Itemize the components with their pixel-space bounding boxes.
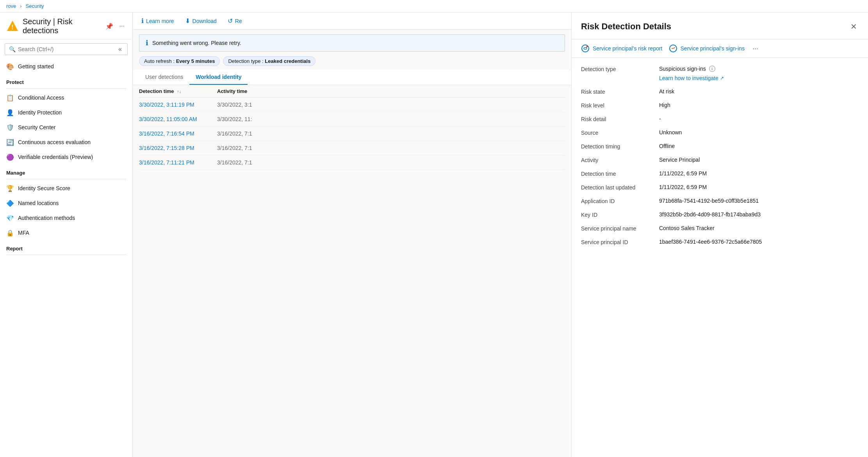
sidebar-item-verifiable-credentials[interactable]: 🟣 Verifiable credentials (Preview) bbox=[0, 150, 132, 164]
sidebar-item-mfa[interactable]: 🔒 MFA bbox=[0, 225, 132, 240]
learn-how-link[interactable]: Learn how to investigate ↗ bbox=[659, 75, 859, 81]
service-principal-risk-report-button[interactable]: Service principal's risk report bbox=[581, 44, 663, 53]
field-value: Service Principal bbox=[659, 157, 859, 163]
field-label: Risk level bbox=[581, 102, 659, 109]
detection-type-chip[interactable]: Detection type : Leaked credentials bbox=[223, 56, 315, 66]
field-service-principal-name: Service principal name Contoso Sales Tra… bbox=[581, 225, 859, 232]
sidebar-item-label: Verifiable credentials (Preview) bbox=[18, 154, 93, 160]
sidebar: ! Security | Risk detections 📌 ··· 🔍 « bbox=[0, 12, 133, 457]
tab-workload-identity[interactable]: Workload identity bbox=[189, 70, 248, 85]
collapse-sidebar-button[interactable]: « bbox=[117, 46, 123, 53]
sidebar-item-continuous-access-evaluation[interactable]: 🔄 Continuous access evaluation bbox=[0, 135, 132, 150]
activity-time-cell: 3/30/2022, 11: bbox=[217, 116, 295, 122]
alert-message: ℹ Something went wrong. Please retry. bbox=[139, 34, 565, 52]
field-value: High bbox=[659, 102, 859, 108]
detail-content: Detection type Suspicious sign-ins i Lea… bbox=[572, 58, 868, 260]
security-center-icon: 🛡️ bbox=[6, 123, 14, 131]
table-row: 3/30/2022, 3:11:19 PM 3/30/2022, 3:1 bbox=[139, 98, 565, 112]
field-value: Suspicious sign-ins i Learn how to inves… bbox=[659, 66, 859, 81]
svg-point-2 bbox=[586, 46, 588, 47]
field-value: 1/11/2022, 6:59 PM bbox=[659, 184, 859, 190]
detection-time-cell[interactable]: 3/16/2022, 7:15:28 PM bbox=[139, 145, 217, 151]
section-protect: Protect bbox=[0, 74, 132, 87]
close-button[interactable]: ✕ bbox=[849, 20, 859, 33]
field-label: Detection timing bbox=[581, 143, 659, 150]
field-activity: Activity Service Principal bbox=[581, 157, 859, 163]
toolbar: ℹ Learn more ⬇ Download ↺ Re bbox=[133, 12, 571, 30]
refresh-label: Re bbox=[235, 18, 242, 24]
refresh-icon: ↺ bbox=[228, 17, 233, 25]
mfa-icon: 🔒 bbox=[6, 229, 14, 237]
detection-time-cell[interactable]: 3/16/2022, 7:11:21 PM bbox=[139, 159, 217, 166]
field-value: - bbox=[659, 116, 859, 122]
detail-more-options-icon[interactable]: ··· bbox=[752, 45, 758, 53]
pin-icon[interactable]: 📌 bbox=[104, 21, 115, 32]
field-value: Contoso Sales Tracker bbox=[659, 225, 859, 231]
field-label: Detection type bbox=[581, 66, 659, 72]
page-title: Security | Risk detections bbox=[23, 17, 100, 35]
sidebar-item-authentication-methods[interactable]: 💎 Authentication methods bbox=[0, 211, 132, 225]
search-box[interactable]: 🔍 « bbox=[5, 43, 128, 55]
col-header-detection-time[interactable]: Detection time ↑↓ bbox=[139, 88, 217, 94]
field-application-id: Application ID 971b68fa-7541-4192-be59-c… bbox=[581, 198, 859, 204]
sidebar-item-conditional-access[interactable]: 📋 Conditional Access bbox=[0, 90, 132, 105]
sidebar-item-security-center[interactable]: 🛡️ Security Center bbox=[0, 120, 132, 135]
field-label: Application ID bbox=[581, 198, 659, 204]
field-value: 1baef386-7491-4ee6-9376-72c5a66e7805 bbox=[659, 239, 859, 245]
breadcrumb: rove › Security bbox=[0, 0, 868, 12]
service-principal-sign-ins-button[interactable]: Service principal's sign-ins bbox=[669, 44, 745, 53]
download-button[interactable]: ⬇ Download bbox=[183, 16, 219, 26]
sidebar-item-identity-protection[interactable]: 👤 Identity Protection bbox=[0, 105, 132, 120]
more-options-icon[interactable]: ··· bbox=[118, 21, 126, 31]
data-table: Detection time ↑↓ Activity time 3/30/202… bbox=[133, 85, 571, 170]
detail-panel: Risk Detection Details ✕ Service princip… bbox=[571, 12, 868, 457]
field-detection-timing: Detection timing Offline bbox=[581, 143, 859, 150]
sort-icon: ↑↓ bbox=[177, 89, 181, 94]
breadcrumb-item-2[interactable]: Security bbox=[26, 3, 44, 9]
section-manage: Manage bbox=[0, 164, 132, 177]
conditional-access-icon: 📋 bbox=[6, 94, 14, 102]
col-header-activity-time[interactable]: Activity time bbox=[217, 88, 295, 94]
sidebar-item-label: Conditional Access bbox=[18, 95, 64, 101]
sidebar-item-label: Identity Secure Score bbox=[18, 185, 70, 191]
table-row: 3/30/2022, 11:05:00 AM 3/30/2022, 11: bbox=[139, 112, 565, 127]
identity-protection-icon: 👤 bbox=[6, 109, 14, 116]
divider bbox=[6, 255, 126, 255]
detection-time-cell[interactable]: 3/30/2022, 3:11:19 PM bbox=[139, 102, 217, 108]
continuous-access-icon: 🔄 bbox=[6, 138, 14, 146]
search-input[interactable] bbox=[18, 46, 114, 52]
page-header: ! Security | Risk detections 📌 ··· bbox=[0, 12, 132, 39]
field-value: Offline bbox=[659, 143, 859, 149]
field-label: Service principal ID bbox=[581, 239, 659, 245]
filter-chips: Auto refresh : Every 5 minutes Detection… bbox=[133, 56, 571, 70]
sidebar-item-label: Identity Protection bbox=[18, 109, 62, 116]
sidebar-item-getting-started[interactable]: 🎨 Getting started bbox=[0, 59, 132, 74]
info-icon: ℹ bbox=[141, 17, 144, 25]
learn-more-button[interactable]: ℹ Learn more bbox=[139, 16, 176, 26]
sidebar-item-label: Getting started bbox=[18, 63, 54, 70]
tab-user-detections[interactable]: User detections bbox=[139, 70, 189, 85]
divider bbox=[6, 88, 126, 89]
table-row: 3/16/2022, 7:11:21 PM 3/16/2022, 7:1 bbox=[139, 155, 565, 170]
sidebar-item-named-locations[interactable]: 🔷 Named locations bbox=[0, 196, 132, 211]
info-icon[interactable]: i bbox=[709, 66, 715, 72]
activity-time-cell: 3/16/2022, 7:1 bbox=[217, 145, 295, 151]
nav-list: 🎨 Getting started Protect 📋 Conditional … bbox=[0, 59, 132, 457]
field-label: Source bbox=[581, 129, 659, 136]
detail-panel-actions: Service principal's risk report Service … bbox=[572, 39, 868, 58]
refresh-button[interactable]: ↺ Re bbox=[225, 16, 244, 26]
detection-time-cell[interactable]: 3/16/2022, 7:16:54 PM bbox=[139, 130, 217, 137]
divider bbox=[6, 179, 126, 179]
field-risk-level: Risk level High bbox=[581, 102, 859, 109]
named-locations-icon: 🔷 bbox=[6, 199, 14, 207]
detection-time-cell[interactable]: 3/30/2022, 11:05:00 AM bbox=[139, 116, 217, 122]
breadcrumb-item-1[interactable]: rove bbox=[6, 3, 16, 9]
field-label: Detection last updated bbox=[581, 184, 659, 191]
auto-refresh-chip[interactable]: Auto refresh : Every 5 minutes bbox=[139, 56, 220, 66]
activity-time-cell: 3/30/2022, 3:1 bbox=[217, 102, 295, 108]
sidebar-item-identity-secure-score[interactable]: 🏆 Identity Secure Score bbox=[0, 181, 132, 196]
activity-time-cell: 3/16/2022, 7:1 bbox=[217, 159, 295, 166]
sidebar-item-label: MFA bbox=[18, 230, 29, 236]
field-label: Key ID bbox=[581, 211, 659, 218]
svg-text:!: ! bbox=[11, 24, 13, 30]
